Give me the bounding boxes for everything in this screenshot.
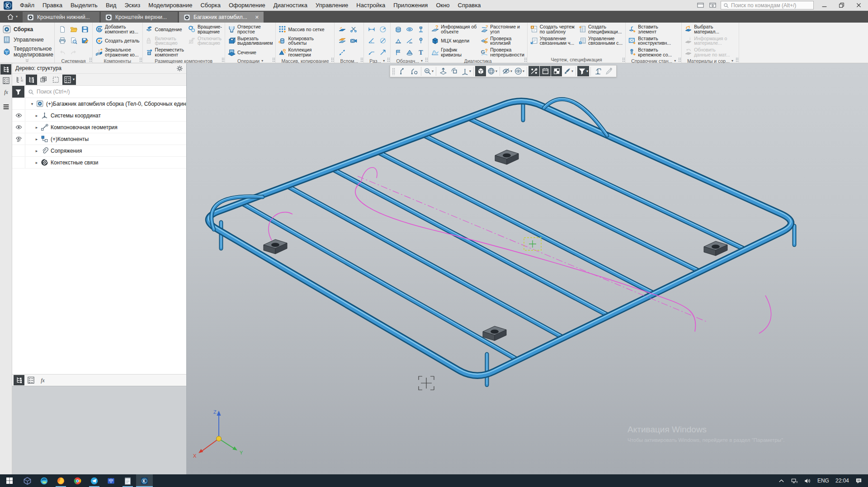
start-button[interactable] <box>0 474 19 487</box>
ribbon-cut-extrude-button[interactable]: Вырезать выдавливанием <box>228 35 273 47</box>
taskbar-app-chrome[interactable] <box>69 474 86 487</box>
menu-diagnostics[interactable]: Диагностика <box>269 0 311 10</box>
taskbar-app-3d-viewer[interactable] <box>19 474 36 487</box>
menu-assembly[interactable]: Сборка <box>196 0 225 10</box>
mount-bracket[interactable] <box>704 241 727 256</box>
treebar-checklist-button[interactable]: ▾ <box>62 75 76 85</box>
tree-item-6[interactable]: ▸Контекстные связи <box>12 157 186 169</box>
viewtb-triad-button[interactable]: ▾ <box>460 66 472 76</box>
tree-caret-icon[interactable]: ▸ <box>33 113 40 118</box>
ribbon-sym-cylinder-button[interactable] <box>393 24 403 34</box>
ribbon-insert-element-button[interactable]: Вставить элемент <box>628 23 672 35</box>
restore-button[interactable] <box>835 0 848 10</box>
taskbar-app-edge[interactable] <box>36 474 52 487</box>
kompas-logo-icon[interactable] <box>3 1 13 10</box>
ribbon-undo-button[interactable] <box>57 47 67 57</box>
chevron-down-icon[interactable]: ▾ <box>571 70 573 73</box>
network-status[interactable] <box>788 474 801 487</box>
ribbon-fix-on-button[interactable]: Включить фиксацию <box>146 35 184 47</box>
menu-view[interactable]: Вид <box>102 0 121 10</box>
ribbon-aux-axis-button[interactable] <box>337 47 347 57</box>
ribbon-material-info-button[interactable]: iИнформация о материале... <box>684 35 730 47</box>
menu-help[interactable]: Справка <box>454 0 485 10</box>
ribbon-sym-pin-button[interactable] <box>416 24 425 34</box>
tree-tab-checklist[interactable] <box>25 375 36 385</box>
ribbon-linked-drawings-button[interactable]: Управление связанными ч... <box>530 35 575 47</box>
treebar-marquee-button[interactable] <box>50 75 61 85</box>
viewtb-orient-button[interactable] <box>438 66 448 76</box>
visibility-toggle[interactable] <box>12 133 25 145</box>
tray-expand-button[interactable] <box>775 474 788 487</box>
command-search[interactable] <box>721 1 814 9</box>
ribbon-redo-button[interactable] <box>69 47 78 57</box>
home-tab-button[interactable]: ▾ <box>2 11 23 23</box>
language-indicator[interactable]: ENG <box>814 474 832 487</box>
menu-management[interactable]: Управление <box>311 0 352 10</box>
taskbar-app-reader[interactable] <box>103 474 119 487</box>
document-tab-2[interactable]: Кронштейн верхни... <box>101 12 178 23</box>
ribbon-select-material-button[interactable]: Выбрать материал... <box>684 23 730 35</box>
tree-tab-fx[interactable]: fx <box>37 375 48 385</box>
tree-item-2[interactable]: ▸Системы координат <box>12 110 186 122</box>
viewtb-filter-button[interactable]: ▾ <box>577 66 589 76</box>
ribbon-category-solid-modeling[interactable]: Твердотельное моделирование <box>3 45 54 59</box>
viewport-3d[interactable]: ZXY ▾▾▾▾▾▾▾ Активация Windows Чтобы акти… <box>187 63 868 474</box>
ribbon-save-button[interactable] <box>80 24 90 34</box>
ribbon-insert-structural-button[interactable]: Вставить конструктивн... <box>628 35 672 47</box>
ribbon-folder-open-button[interactable] <box>69 24 78 34</box>
viewtb-visibility-button[interactable]: ▾ <box>514 66 525 76</box>
ribbon-dim-leader-button[interactable] <box>367 47 376 57</box>
treebar-structure-button[interactable] <box>26 75 37 85</box>
ribbon-doc-new-button[interactable] <box>57 24 67 34</box>
ribbon-section-button[interactable]: Сечение <box>228 47 273 58</box>
viewtb-section-plane-button[interactable] <box>540 66 551 76</box>
menu-applications[interactable]: Приложения <box>389 0 432 10</box>
ribbon-print-button[interactable] <box>57 36 67 46</box>
ribbon-move-component-button[interactable]: Переместить компонент <box>146 47 184 58</box>
mount-bracket[interactable] <box>483 326 506 341</box>
sketch-construction-curves[interactable] <box>269 168 771 333</box>
window-settings-icon[interactable] <box>708 2 717 9</box>
viewtb-shaded-button[interactable] <box>475 66 486 76</box>
ribbon-aux-camera-button[interactable] <box>349 36 358 46</box>
ribbon-add-component-button[interactable]: Добавить компонент из... <box>95 23 140 35</box>
tree-tab-tree[interactable] <box>14 375 24 385</box>
origin-marker[interactable] <box>524 238 541 250</box>
taskbar-app-notepad[interactable] <box>119 474 136 487</box>
viewtb-wireframe-button[interactable]: ▾ <box>486 66 498 76</box>
ribbon-sym-base-button[interactable] <box>393 36 403 46</box>
volume-control[interactable] <box>801 474 814 487</box>
chevron-down-icon[interactable]: ▾ <box>495 70 497 73</box>
collapse-categories-icon[interactable] <box>24 58 30 63</box>
document-tab-3[interactable]: Багажник автомбил...✕ <box>179 12 264 23</box>
ribbon-object-info-button[interactable]: ?Информация об объекте <box>431 23 476 35</box>
toolbar-drag-handle[interactable] <box>392 68 396 75</box>
chevron-down-icon[interactable]: ▾ <box>731 59 733 63</box>
close-button[interactable] <box>852 0 865 10</box>
ribbon-sym-slope-button[interactable] <box>405 36 414 46</box>
taskbar-app-kompas[interactable] <box>136 474 153 487</box>
treebar-numbered-button[interactable]: 112 <box>14 75 25 85</box>
ribbon-create-part-button[interactable]: Создать деталь <box>95 35 140 47</box>
ribbon-aux-plane-button[interactable] <box>337 24 347 34</box>
window-layout-icon[interactable] <box>696 2 705 9</box>
visibility-toggle[interactable] <box>12 122 25 133</box>
chevron-down-icon[interactable]: ▾ <box>469 70 471 73</box>
ribbon-sym-cone-button[interactable] <box>405 47 414 57</box>
ribbon-mirror-button[interactable]: Зеркальное отражение ко... <box>95 47 140 58</box>
chevron-down-icon[interactable]: ▾ <box>421 59 423 63</box>
document-tab-1[interactable]: Кронштейн нижний... <box>23 12 99 23</box>
tree-search-input[interactable] <box>37 89 183 95</box>
mount-bracket[interactable] <box>495 150 519 164</box>
ribbon-dim-radius-button[interactable] <box>378 24 387 34</box>
tree-item-5[interactable]: ▸Сопряжения <box>12 145 186 157</box>
ribbon-array-grid-button[interactable]: Массив по сетке <box>278 23 324 35</box>
tree-caret-icon[interactable]: ▸ <box>33 149 40 153</box>
chevron-down-icon[interactable]: ▾ <box>674 59 676 63</box>
ribbon-sym-text-button[interactable]: T <box>416 47 425 57</box>
ribbon-create-spec-button[interactable]: Создать спецификаци... <box>579 23 623 35</box>
chevron-down-icon[interactable]: ▾ <box>586 70 588 73</box>
ribbon-sym-torus-button[interactable] <box>405 24 414 34</box>
ribbon-create-drawing-button[interactable]: Создать чертеж по шаблону <box>530 23 575 35</box>
ribbon-dim-angle-button[interactable] <box>367 36 376 46</box>
